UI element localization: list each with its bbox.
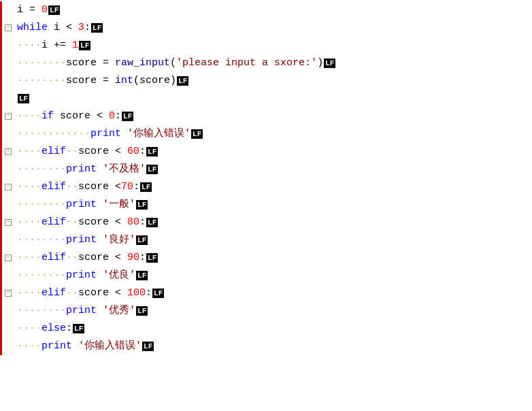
fold-icon-elif1[interactable]: -	[5, 148, 12, 155]
code-editor[interactable]: i = 0 LF - while i < 3	[0, 0, 532, 411]
line-13: - ···· elif ·· score < 80 : LF	[2, 214, 532, 231]
lf-badge-8: LF	[191, 129, 203, 139]
line-18: ········ print '优秀' LF	[2, 302, 532, 320]
line-1: i = 0 LF	[2, 1, 532, 19]
lf-badge-7: LF	[122, 112, 133, 121]
line-6: LF	[2, 90, 532, 108]
line-15: - ···· elif ·· score < 90 : LF	[2, 249, 532, 267]
line-12: ········ print '一般' LF	[2, 196, 532, 214]
line-11: - ···· elif ·· score < 70 : LF	[2, 178, 532, 196]
line-20: ···· print '你输入错误' LF	[2, 338, 532, 355]
line-10: ········ print '不及格' LF	[2, 161, 532, 178]
line-7: - ···· if score < 0 : LF	[2, 108, 532, 125]
lf-badge-18: LF	[136, 306, 148, 316]
line-5: ········ score = int ( score ) LF	[2, 72, 532, 90]
lf-badge-12: LF	[136, 200, 148, 210]
line-16: ········ print '优良' LF	[2, 267, 532, 284]
line-3: ···· i += 1 LF	[2, 37, 532, 54]
lf-badge-15: LF	[146, 253, 158, 263]
line-4: ········ score = raw_input ( 'please inp…	[2, 54, 532, 72]
lf-badge-6: LF	[18, 94, 29, 103]
lf-badge-10: LF	[146, 165, 158, 174]
lf-badge-19: LF	[73, 324, 84, 333]
lf-badge-17: LF	[152, 289, 164, 298]
lf-badge-5: LF	[177, 76, 188, 86]
lf-badge-4: LF	[324, 59, 335, 68]
fold-icon-while[interactable]: -	[5, 24, 12, 31]
lf-badge-20: LF	[142, 342, 154, 351]
lf-badge: LF	[48, 5, 60, 15]
line-14: ········ print '良好' LF	[2, 231, 532, 249]
line-19: ···· else : LF	[2, 320, 532, 338]
line-2: - while i < 3 : LF	[2, 19, 532, 37]
lf-badge-14: LF	[136, 235, 148, 245]
line-17: - ···· elif ·· score < 100 : LF	[2, 284, 532, 302]
line-9: - ···· elif ·· score < 60 : LF	[2, 143, 532, 161]
fold-icon-elif2[interactable]: -	[5, 184, 12, 191]
fold-icon-elif3[interactable]: -	[5, 219, 12, 226]
lf-badge-16: LF	[136, 271, 148, 280]
fold-icon-if[interactable]: -	[5, 113, 12, 120]
lf-badge-11: LF	[140, 182, 152, 192]
lf-badge-13: LF	[146, 218, 158, 227]
lf-badge-9: LF	[146, 147, 158, 157]
lf-badge-3: LF	[79, 41, 90, 50]
fold-icon-elif4[interactable]: -	[5, 254, 12, 261]
lf-badge-2: LF	[91, 23, 103, 33]
fold-icon-elif5[interactable]: -	[5, 290, 12, 297]
line-8: ············ print '你输入错误' LF	[2, 125, 532, 143]
